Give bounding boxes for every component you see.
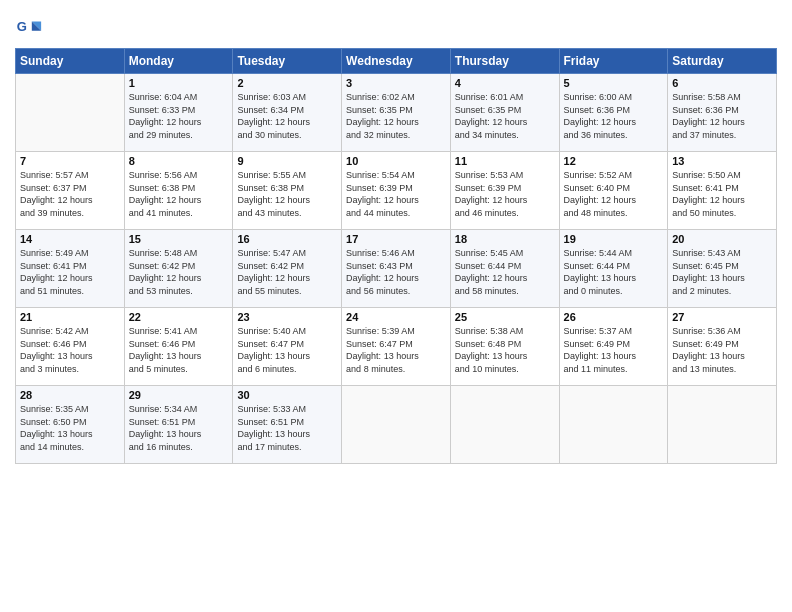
day-number: 10 [346,155,446,167]
day-cell: 19Sunrise: 5:44 AM Sunset: 6:44 PM Dayli… [559,230,668,308]
day-number: 19 [564,233,664,245]
cell-info: Sunrise: 5:57 AM Sunset: 6:37 PM Dayligh… [20,169,120,219]
day-cell: 13Sunrise: 5:50 AM Sunset: 6:41 PM Dayli… [668,152,777,230]
cell-info: Sunrise: 5:46 AM Sunset: 6:43 PM Dayligh… [346,247,446,297]
day-number: 24 [346,311,446,323]
day-number: 15 [129,233,229,245]
day-number: 6 [672,77,772,89]
day-number: 8 [129,155,229,167]
day-number: 2 [237,77,337,89]
cell-info: Sunrise: 5:33 AM Sunset: 6:51 PM Dayligh… [237,403,337,453]
day-number: 25 [455,311,555,323]
week-row-3: 21Sunrise: 5:42 AM Sunset: 6:46 PM Dayli… [16,308,777,386]
day-number: 1 [129,77,229,89]
cell-info: Sunrise: 5:53 AM Sunset: 6:39 PM Dayligh… [455,169,555,219]
week-row-0: 1Sunrise: 6:04 AM Sunset: 6:33 PM Daylig… [16,74,777,152]
day-cell: 24Sunrise: 5:39 AM Sunset: 6:47 PM Dayli… [342,308,451,386]
day-cell: 17Sunrise: 5:46 AM Sunset: 6:43 PM Dayli… [342,230,451,308]
day-cell: 22Sunrise: 5:41 AM Sunset: 6:46 PM Dayli… [124,308,233,386]
cell-info: Sunrise: 5:39 AM Sunset: 6:47 PM Dayligh… [346,325,446,375]
cell-info: Sunrise: 5:43 AM Sunset: 6:45 PM Dayligh… [672,247,772,297]
day-cell: 25Sunrise: 5:38 AM Sunset: 6:48 PM Dayli… [450,308,559,386]
cell-info: Sunrise: 5:44 AM Sunset: 6:44 PM Dayligh… [564,247,664,297]
cell-info: Sunrise: 5:55 AM Sunset: 6:38 PM Dayligh… [237,169,337,219]
day-cell: 16Sunrise: 5:47 AM Sunset: 6:42 PM Dayli… [233,230,342,308]
day-cell: 10Sunrise: 5:54 AM Sunset: 6:39 PM Dayli… [342,152,451,230]
cell-info: Sunrise: 5:42 AM Sunset: 6:46 PM Dayligh… [20,325,120,375]
col-header-monday: Monday [124,49,233,74]
day-number: 30 [237,389,337,401]
page-container: G SundayMondayTuesdayWednesdayThursdayFr… [0,0,792,474]
cell-info: Sunrise: 5:49 AM Sunset: 6:41 PM Dayligh… [20,247,120,297]
cell-info: Sunrise: 5:54 AM Sunset: 6:39 PM Dayligh… [346,169,446,219]
day-number: 29 [129,389,229,401]
day-number: 27 [672,311,772,323]
day-cell: 5Sunrise: 6:00 AM Sunset: 6:36 PM Daylig… [559,74,668,152]
col-header-tuesday: Tuesday [233,49,342,74]
day-number: 26 [564,311,664,323]
day-cell: 15Sunrise: 5:48 AM Sunset: 6:42 PM Dayli… [124,230,233,308]
day-number: 3 [346,77,446,89]
day-cell: 12Sunrise: 5:52 AM Sunset: 6:40 PM Dayli… [559,152,668,230]
day-cell: 14Sunrise: 5:49 AM Sunset: 6:41 PM Dayli… [16,230,125,308]
logo-icon: G [15,14,43,42]
cell-info: Sunrise: 6:02 AM Sunset: 6:35 PM Dayligh… [346,91,446,141]
cell-info: Sunrise: 5:58 AM Sunset: 6:36 PM Dayligh… [672,91,772,141]
week-row-2: 14Sunrise: 5:49 AM Sunset: 6:41 PM Dayli… [16,230,777,308]
day-cell [450,386,559,464]
day-cell: 29Sunrise: 5:34 AM Sunset: 6:51 PM Dayli… [124,386,233,464]
cell-info: Sunrise: 5:56 AM Sunset: 6:38 PM Dayligh… [129,169,229,219]
cell-info: Sunrise: 5:34 AM Sunset: 6:51 PM Dayligh… [129,403,229,453]
day-cell [16,74,125,152]
day-cell: 7Sunrise: 5:57 AM Sunset: 6:37 PM Daylig… [16,152,125,230]
day-cell: 27Sunrise: 5:36 AM Sunset: 6:49 PM Dayli… [668,308,777,386]
header-row: SundayMondayTuesdayWednesdayThursdayFrid… [16,49,777,74]
day-number: 16 [237,233,337,245]
day-cell: 9Sunrise: 5:55 AM Sunset: 6:38 PM Daylig… [233,152,342,230]
week-row-4: 28Sunrise: 5:35 AM Sunset: 6:50 PM Dayli… [16,386,777,464]
col-header-thursday: Thursday [450,49,559,74]
logo: G [15,14,45,42]
cell-info: Sunrise: 5:37 AM Sunset: 6:49 PM Dayligh… [564,325,664,375]
day-number: 9 [237,155,337,167]
cell-info: Sunrise: 5:35 AM Sunset: 6:50 PM Dayligh… [20,403,120,453]
day-cell: 3Sunrise: 6:02 AM Sunset: 6:35 PM Daylig… [342,74,451,152]
cell-info: Sunrise: 5:38 AM Sunset: 6:48 PM Dayligh… [455,325,555,375]
cell-info: Sunrise: 6:03 AM Sunset: 6:34 PM Dayligh… [237,91,337,141]
day-cell: 2Sunrise: 6:03 AM Sunset: 6:34 PM Daylig… [233,74,342,152]
day-cell [559,386,668,464]
cell-info: Sunrise: 6:04 AM Sunset: 6:33 PM Dayligh… [129,91,229,141]
svg-text:G: G [17,19,27,34]
day-cell [668,386,777,464]
cell-info: Sunrise: 6:00 AM Sunset: 6:36 PM Dayligh… [564,91,664,141]
day-cell: 30Sunrise: 5:33 AM Sunset: 6:51 PM Dayli… [233,386,342,464]
calendar-table: SundayMondayTuesdayWednesdayThursdayFrid… [15,48,777,464]
day-cell: 4Sunrise: 6:01 AM Sunset: 6:35 PM Daylig… [450,74,559,152]
day-number: 7 [20,155,120,167]
cell-info: Sunrise: 5:40 AM Sunset: 6:47 PM Dayligh… [237,325,337,375]
day-cell: 1Sunrise: 6:04 AM Sunset: 6:33 PM Daylig… [124,74,233,152]
day-cell [342,386,451,464]
day-number: 22 [129,311,229,323]
col-header-friday: Friday [559,49,668,74]
cell-info: Sunrise: 5:52 AM Sunset: 6:40 PM Dayligh… [564,169,664,219]
day-number: 18 [455,233,555,245]
cell-info: Sunrise: 6:01 AM Sunset: 6:35 PM Dayligh… [455,91,555,141]
header: G [15,10,777,42]
cell-info: Sunrise: 5:48 AM Sunset: 6:42 PM Dayligh… [129,247,229,297]
day-number: 28 [20,389,120,401]
cell-info: Sunrise: 5:50 AM Sunset: 6:41 PM Dayligh… [672,169,772,219]
day-number: 12 [564,155,664,167]
day-number: 21 [20,311,120,323]
day-cell: 8Sunrise: 5:56 AM Sunset: 6:38 PM Daylig… [124,152,233,230]
day-cell: 23Sunrise: 5:40 AM Sunset: 6:47 PM Dayli… [233,308,342,386]
col-header-sunday: Sunday [16,49,125,74]
day-number: 5 [564,77,664,89]
day-number: 14 [20,233,120,245]
day-number: 4 [455,77,555,89]
day-number: 11 [455,155,555,167]
cell-info: Sunrise: 5:45 AM Sunset: 6:44 PM Dayligh… [455,247,555,297]
week-row-1: 7Sunrise: 5:57 AM Sunset: 6:37 PM Daylig… [16,152,777,230]
cell-info: Sunrise: 5:47 AM Sunset: 6:42 PM Dayligh… [237,247,337,297]
col-header-wednesday: Wednesday [342,49,451,74]
